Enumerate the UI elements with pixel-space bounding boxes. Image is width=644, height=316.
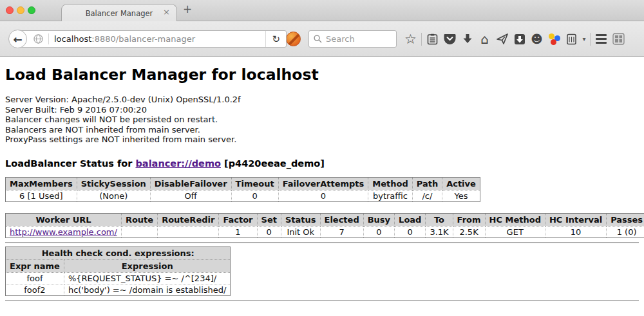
table-row: foof2 hc('body') =~ /domain is establish…	[6, 284, 231, 295]
column-header: Active	[442, 177, 480, 190]
cell-stickysession: (None)	[77, 190, 150, 201]
minimize-window-button[interactable]	[17, 6, 24, 14]
page-content: Load Balancer Manager for localhost Serv…	[0, 57, 644, 316]
navigation-toolbar: ← localhost:8880/balancer-manager ↻ ☆	[0, 21, 644, 57]
column-header: HC Interval	[545, 213, 606, 226]
column-header: Status	[281, 213, 320, 226]
cell-expression: hc('body') =~ /domain is established/	[64, 284, 231, 295]
url-bar[interactable]: localhost:8880/balancer-manager ↻	[17, 30, 287, 48]
column-header: RouteRedir	[158, 213, 219, 226]
cell-worker-url: http://www.example.com/	[6, 226, 122, 237]
worker-row: http://www.example.com/ 1 0 Init Ok 7 0 …	[6, 226, 644, 237]
column-header: MaxMembers	[6, 177, 77, 190]
url-input[interactable]: localhost:8880/balancer-manager	[54, 34, 265, 44]
new-tab-button[interactable]: +	[183, 3, 192, 15]
url-host: localhost	[54, 34, 91, 44]
notice-line: Balancers are NOT inherited from main se…	[5, 125, 639, 135]
chevron-down-icon[interactable]: ▾	[580, 30, 588, 48]
column-header: Expr name	[6, 259, 64, 272]
server-version-line: Server Version: Apache/2.5.0-dev (Unix) …	[5, 95, 639, 105]
cell-passes: 1 (0)	[607, 226, 644, 237]
worker-url-link[interactable]: http://www.example.com/	[10, 227, 117, 237]
table-title-row: Health check cond. expressions:	[6, 246, 231, 259]
column-header: FailoverAttempts	[278, 177, 368, 190]
cell-path: /c/	[412, 190, 442, 201]
globe-icon	[33, 34, 43, 44]
column-header: HC Method	[485, 213, 545, 226]
table-header-row: MaxMembers StickySession DisableFailover…	[6, 177, 480, 190]
cell-to: 3.1K	[426, 226, 453, 237]
cell-expr-name: foof	[6, 272, 64, 284]
emoji-icon[interactable]: ☻	[528, 30, 545, 48]
balancer-demo-link[interactable]: balancer://demo	[135, 158, 221, 169]
downloads-icon[interactable]	[459, 30, 476, 48]
menu-icon[interactable]	[592, 30, 610, 48]
script-blocker-icon[interactable]	[286, 32, 301, 46]
url-divider	[48, 33, 49, 44]
cell-timeout: 0	[231, 190, 278, 201]
cell-method: bytraffic	[368, 190, 412, 201]
browser-window: Balancer Manager × + ← localhost:8880/ba…	[0, 0, 644, 316]
balancer-settings-table: MaxMembers StickySession DisableFailover…	[5, 177, 480, 202]
column-header: Path	[412, 177, 442, 190]
column-header: Busy	[363, 213, 394, 226]
zoom-window-button[interactable]	[28, 6, 35, 14]
cell-expression: %{REQUEST_STATUS} =~ /^[234]/	[64, 272, 231, 284]
container-icon[interactable]	[563, 30, 580, 48]
column-header: Expression	[64, 259, 231, 272]
tab-balancer-manager[interactable]: Balancer Manager ×	[61, 4, 177, 22]
toolbar-icons: ☆ ⌂ ☻ ▾	[402, 21, 627, 57]
video-download-icon[interactable]	[511, 30, 528, 48]
status-heading-suffix: [p4420eeae_demo]	[221, 158, 325, 169]
table-row: foof %{REQUEST_STATUS} =~ /^[234]/	[6, 272, 231, 284]
table-row: 6 [1 Used] (None) Off 0 0 bytraffic /c/ …	[6, 190, 480, 201]
column-header: To	[426, 213, 453, 226]
url-path: :8880/balancer-manager	[91, 34, 195, 44]
column-header: DisableFailover	[150, 177, 231, 190]
titlebar: Balancer Manager × +	[0, 0, 644, 21]
cell-disablefailover: Off	[150, 190, 231, 201]
cell-status: Init Ok	[281, 226, 320, 237]
colors-icon[interactable]	[545, 30, 563, 48]
cell-load: 0	[395, 226, 426, 237]
cell-hc-interval: 10	[545, 226, 606, 237]
worker-table: Worker URL Route RouteRedir Factor Set S…	[5, 213, 644, 238]
cell-maxmembers: 6 [1 Used]	[6, 190, 77, 201]
column-header: Set	[257, 213, 281, 226]
pocket-icon[interactable]	[441, 30, 459, 48]
column-header: Load	[395, 213, 426, 226]
search-box[interactable]	[308, 30, 397, 48]
column-header: Worker URL	[6, 213, 122, 226]
cell-failoverattempts: 0	[278, 190, 368, 201]
column-header: Route	[121, 213, 157, 226]
column-header: Timeout	[231, 177, 278, 190]
cell-expr-name: foof2	[6, 284, 64, 295]
health-table-title: Health check cond. expressions:	[6, 246, 231, 259]
loadbalancer-status-heading: LoadBalancer Status for balancer://demo …	[5, 158, 639, 169]
tab-title: Balancer Manager	[86, 9, 153, 18]
reading-list-icon[interactable]	[424, 30, 441, 48]
column-header: Passes	[607, 213, 644, 226]
column-header: Elected	[320, 213, 363, 226]
table-header-row: Expr name Expression	[6, 259, 231, 272]
tab-groups-icon[interactable]	[610, 30, 627, 48]
close-window-button[interactable]	[6, 6, 14, 14]
home-icon[interactable]: ⌂	[476, 30, 493, 48]
column-header: Factor	[219, 213, 257, 226]
cell-from: 2.5K	[453, 226, 485, 237]
bookmark-star-icon[interactable]: ☆	[402, 30, 419, 48]
search-input[interactable]	[326, 34, 392, 44]
notice-line: ProxyPass settings are NOT inherited fro…	[5, 135, 639, 145]
back-button[interactable]: ←	[8, 30, 27, 48]
cell-factor: 1	[219, 226, 257, 237]
reload-icon[interactable]: ↻	[265, 31, 286, 47]
toolbar-divider	[590, 33, 591, 46]
column-header: StickySession	[77, 177, 150, 190]
server-info: Server Version: Apache/2.5.0-dev (Unix) …	[5, 95, 639, 145]
toolbar-divider	[421, 33, 422, 46]
column-header: From	[453, 213, 485, 226]
search-icon	[314, 35, 322, 43]
page-title: Load Balancer Manager for localhost	[5, 66, 639, 84]
tab-close-icon[interactable]: ×	[163, 8, 170, 17]
send-tab-icon[interactable]	[493, 30, 511, 48]
